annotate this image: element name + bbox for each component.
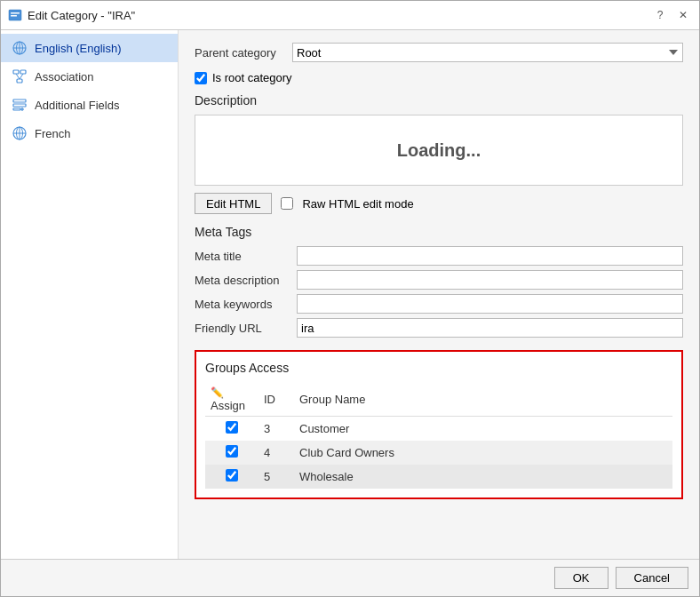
- content-area: English (English) Association: [1, 30, 699, 559]
- meta-title-input[interactable]: [297, 246, 683, 266]
- raw-html-checkbox[interactable]: [281, 197, 293, 210]
- meta-keywords-label: Meta keywords: [195, 298, 297, 311]
- sidebar: English (English) Association: [1, 30, 179, 559]
- description-title: Description: [195, 93, 683, 107]
- sidebar-french-label: French: [35, 127, 70, 140]
- main-content: Parent category Root Is root category De…: [179, 30, 699, 559]
- friendly-url-label: Friendly URL: [195, 322, 297, 335]
- sidebar-item-english[interactable]: English (English): [1, 34, 178, 62]
- assign-checkbox-2[interactable]: [226, 469, 238, 482]
- svg-rect-12: [13, 100, 26, 102]
- help-button[interactable]: ?: [651, 6, 669, 24]
- col-assign-header: ✏️ Assign: [205, 382, 259, 417]
- table-row: 5 Wholesale: [205, 465, 672, 489]
- id-cell: 3: [259, 417, 294, 442]
- meta-description-label: Meta description: [195, 274, 297, 287]
- svg-rect-1: [11, 12, 20, 14]
- globe-icon: [12, 40, 28, 56]
- assign-checkbox-0[interactable]: [226, 421, 238, 434]
- friendly-url-input[interactable]: [297, 318, 683, 338]
- svg-rect-2: [11, 15, 17, 17]
- sidebar-association-label: Association: [35, 70, 93, 84]
- svg-rect-14: [13, 108, 20, 110]
- meta-tags-title: Meta Tags: [195, 225, 683, 239]
- meta-title-row: Meta title: [195, 246, 683, 266]
- sidebar-item-french[interactable]: French: [1, 119, 178, 147]
- meta-keywords-row: Meta keywords: [195, 294, 683, 314]
- meta-tags-section: Meta Tags Meta title Meta description Me…: [195, 225, 683, 338]
- id-cell: 5: [259, 465, 294, 489]
- additional-fields-icon: [12, 97, 28, 113]
- table-row: 4 Club Card Owners: [205, 441, 672, 465]
- svg-line-10: [16, 74, 20, 79]
- is-root-row: Is root category: [195, 71, 683, 84]
- meta-description-input[interactable]: [297, 270, 683, 290]
- html-controls: Edit HTML Raw HTML edit mode: [195, 193, 683, 214]
- meta-keywords-input[interactable]: [297, 294, 683, 314]
- svg-rect-8: [20, 70, 26, 74]
- groups-access-section: Groups Access ✏️ Assign ID Group Name: [195, 350, 683, 499]
- svg-rect-7: [13, 70, 19, 74]
- friendly-url-row: Friendly URL: [195, 318, 683, 338]
- assign-cell: [205, 417, 259, 442]
- table-row: 3 Customer: [205, 417, 672, 442]
- groups-access-title: Groups Access: [205, 361, 672, 375]
- groups-table: ✏️ Assign ID Group Name 3 Customer: [205, 382, 672, 489]
- edit-html-button[interactable]: Edit HTML: [195, 193, 272, 214]
- footer: OK Cancel: [1, 559, 699, 596]
- svg-line-11: [20, 74, 23, 79]
- assign-cell: [205, 465, 259, 489]
- main-window: Edit Category - "IRA" ? ✕ English (Engli…: [0, 0, 700, 597]
- name-cell: Customer: [294, 417, 672, 442]
- cancel-button[interactable]: Cancel: [616, 567, 688, 589]
- col-id-header: ID: [259, 382, 294, 417]
- raw-html-label: Raw HTML edit mode: [302, 197, 413, 211]
- parent-category-select[interactable]: Root: [292, 43, 683, 62]
- svg-rect-9: [17, 79, 22, 83]
- is-root-checkbox[interactable]: [195, 72, 207, 84]
- association-icon: [12, 68, 28, 84]
- svg-rect-13: [13, 104, 26, 107]
- loading-text: Loading...: [397, 140, 481, 161]
- parent-category-label: Parent category: [195, 46, 292, 60]
- meta-description-row: Meta description: [195, 270, 683, 290]
- sidebar-english-label: English (English): [35, 42, 122, 55]
- sidebar-item-association[interactable]: Association: [1, 62, 178, 91]
- assign-cell: [205, 441, 259, 465]
- ok-button[interactable]: OK: [554, 567, 609, 589]
- sidebar-additional-fields-label: Additional Fields: [35, 99, 119, 112]
- name-cell: Wholesale: [294, 465, 672, 489]
- title-bar: Edit Category - "IRA" ? ✕: [1, 1, 699, 30]
- table-header-row: ✏️ Assign ID Group Name: [205, 382, 672, 417]
- app-icon: [8, 8, 22, 22]
- close-button[interactable]: ✕: [674, 6, 692, 24]
- assign-checkbox-1[interactable]: [226, 445, 238, 458]
- window-title: Edit Category - "IRA": [28, 9, 646, 22]
- meta-title-label: Meta title: [195, 250, 297, 263]
- french-globe-icon: [12, 125, 28, 141]
- sidebar-item-additional-fields[interactable]: Additional Fields: [1, 91, 178, 119]
- description-box[interactable]: Loading...: [195, 115, 683, 186]
- id-cell: 4: [259, 441, 294, 465]
- name-cell: Club Card Owners: [294, 441, 672, 465]
- parent-category-row: Parent category Root: [195, 43, 683, 62]
- is-root-label: Is root category: [212, 71, 292, 84]
- pencil-icon: ✏️: [211, 386, 224, 399]
- col-name-header: Group Name: [294, 382, 672, 417]
